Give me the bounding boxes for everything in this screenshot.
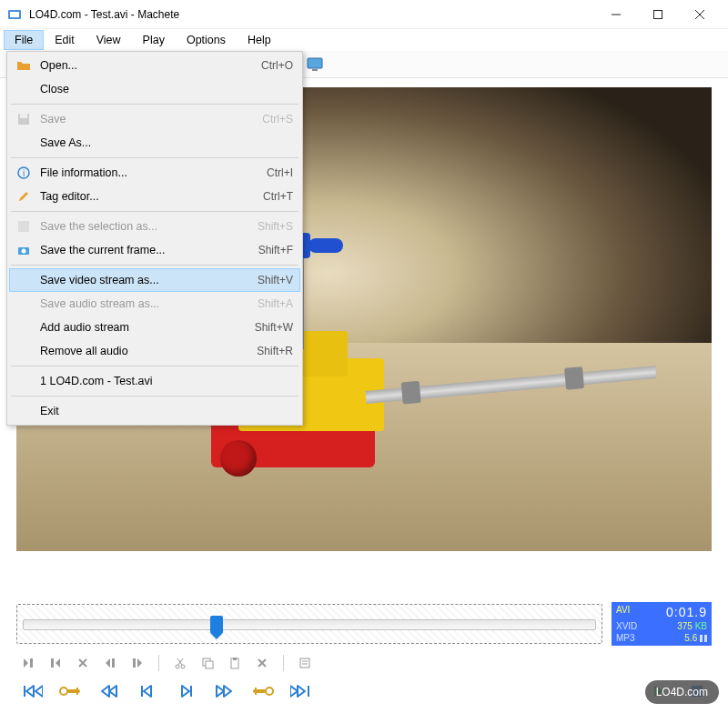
media-info-box: AVI0:01.9 XVID375 KB MP35.6	[612, 602, 712, 646]
menu-tag-editor[interactable]: Tag editor... Ctrl+T	[9, 185, 300, 208]
frame-back-button[interactable]	[133, 680, 162, 702]
trim-left-icon[interactable]	[100, 653, 120, 673]
menu-save-audio-stream: Save audio stream as... Shift+A	[9, 292, 300, 316]
timeline-thumb[interactable]	[210, 616, 223, 634]
menu-save-video-stream[interactable]: Save video stream as... Shift+V	[9, 268, 300, 292]
separator	[11, 211, 298, 212]
mark-out-icon[interactable]	[46, 653, 66, 673]
svg-text:i: i	[23, 168, 25, 178]
paste-icon[interactable]	[225, 653, 245, 673]
svg-rect-3	[654, 10, 662, 18]
save-icon	[13, 113, 35, 126]
menu-save-selection: Save the selection as... Shift+S	[9, 215, 300, 238]
bottom-panel: AVI0:01.9 XVID375 KB MP35.6	[0, 595, 728, 713]
menu-help[interactable]: Help	[237, 30, 282, 50]
svg-rect-16	[704, 635, 707, 642]
step-back-button[interactable]	[95, 680, 124, 702]
svg-rect-6	[308, 58, 322, 68]
mark-in-icon[interactable]	[18, 653, 38, 673]
menu-save: Save Ctrl+S	[9, 107, 300, 131]
menu-exit[interactable]: Exit	[9, 399, 300, 423]
menu-save-as[interactable]: Save As...	[9, 131, 300, 155]
menubar: File Edit View Play Options Help	[0, 29, 728, 51]
skip-start-button[interactable]	[18, 680, 47, 702]
next-keyframe-button[interactable]	[248, 680, 277, 702]
svg-point-18	[181, 665, 185, 668]
file-dropdown: Open... Ctrl+O Close Save Ctrl+S Save As…	[6, 51, 303, 426]
menu-edit[interactable]: Edit	[44, 30, 86, 50]
menu-file[interactable]: File	[4, 30, 44, 50]
trim-right-icon[interactable]	[127, 653, 147, 673]
menu-file-info[interactable]: i File information... Ctrl+I	[9, 161, 300, 185]
clear-marks-icon[interactable]	[73, 653, 93, 673]
svg-rect-9	[20, 114, 27, 118]
skip-end-button[interactable]	[286, 680, 315, 702]
display-icon[interactable]	[304, 54, 326, 75]
menu-play[interactable]: Play	[132, 30, 176, 50]
separator	[11, 104, 298, 105]
step-forward-button[interactable]	[209, 680, 238, 702]
delete-icon[interactable]	[252, 653, 272, 673]
svg-rect-7	[312, 69, 318, 71]
svg-rect-1	[10, 12, 19, 17]
svg-rect-12	[18, 221, 29, 232]
svg-point-14	[22, 249, 26, 254]
playback-controls	[16, 680, 712, 702]
separator	[11, 396, 298, 397]
save-selection-icon	[13, 220, 35, 233]
svg-point-26	[60, 688, 67, 695]
svg-rect-28	[76, 688, 78, 695]
minimize-button[interactable]	[595, 1, 637, 28]
window-controls	[595, 1, 721, 28]
separator	[11, 366, 298, 367]
frame-forward-button[interactable]	[171, 680, 200, 702]
properties-icon[interactable]	[295, 653, 315, 673]
menu-close[interactable]: Close	[9, 77, 300, 101]
svg-rect-22	[233, 658, 237, 660]
separator	[11, 157, 298, 158]
svg-rect-30	[255, 688, 257, 695]
pencil-icon	[13, 190, 35, 203]
menu-view[interactable]: View	[86, 30, 132, 50]
cut-icon[interactable]	[170, 653, 190, 673]
watermark: LO4D.com	[645, 680, 719, 704]
svg-rect-23	[300, 658, 309, 668]
close-button[interactable]	[679, 1, 721, 28]
maximize-button[interactable]	[637, 1, 679, 28]
menu-save-frame[interactable]: Save the current frame... Shift+F	[9, 238, 300, 262]
folder-open-icon	[13, 59, 35, 72]
svg-point-31	[266, 688, 273, 695]
titlebar: LO4D.com - Test.avi - Machete	[0, 0, 728, 29]
app-icon	[7, 7, 22, 22]
svg-point-17	[176, 665, 179, 668]
info-icon: i	[13, 166, 35, 179]
svg-rect-15	[700, 635, 703, 642]
svg-rect-20	[206, 661, 213, 668]
separator	[11, 265, 298, 266]
menu-add-audio-stream[interactable]: Add audio stream Shift+W	[9, 316, 300, 339]
window-title: LO4D.com - Test.avi - Machete	[29, 8, 595, 21]
menu-remove-all-audio[interactable]: Remove all audio Shift+R	[9, 339, 300, 363]
camera-icon	[13, 245, 35, 256]
menu-recent-file[interactable]: 1 LO4D.com - Test.avi	[9, 369, 300, 393]
copy-icon[interactable]	[197, 653, 217, 673]
menu-open[interactable]: Open... Ctrl+O	[9, 54, 300, 77]
menu-options[interactable]: Options	[176, 30, 237, 50]
edit-toolbar	[16, 653, 712, 673]
prev-keyframe-button[interactable]	[56, 680, 86, 702]
timeline-slider[interactable]	[16, 604, 602, 644]
